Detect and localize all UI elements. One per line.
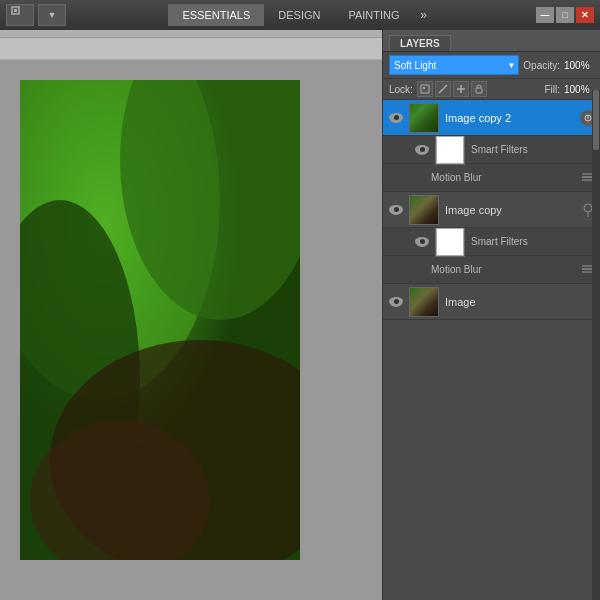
nav-essentials[interactable]: ESSENTIALS (168, 4, 264, 26)
nav-more[interactable]: » (414, 4, 434, 26)
sublayer-visibility-2[interactable] (413, 233, 431, 251)
main-area: LAYERS Soft Light Normal Multiply Screen… (0, 30, 600, 600)
eye-icon-image-copy-2 (389, 113, 403, 123)
nav-painting[interactable]: PAINTING (334, 4, 413, 26)
layer-visibility-image-copy[interactable] (387, 201, 405, 219)
layer-thumb-image-copy-2 (409, 103, 439, 133)
svg-rect-1 (14, 9, 17, 12)
layers-tab[interactable]: LAYERS (389, 35, 451, 51)
sublayer-name-motion-blur-2: Motion Blur (431, 264, 582, 275)
layer-visibility-image[interactable] (387, 293, 405, 311)
svg-rect-13 (476, 88, 482, 93)
opacity-label: Opacity: (523, 60, 560, 71)
lock-label: Lock: (389, 84, 413, 95)
sublayer-name-smart-filters-1: Smart Filters (471, 144, 596, 155)
fill-label: Fill: (544, 84, 560, 95)
app-icon (6, 4, 34, 26)
sublayer-smart-filters-2: Smart Filters (383, 228, 600, 256)
sublayer-thumb-2 (435, 227, 465, 257)
lock-transparency-btn[interactable] (417, 81, 433, 97)
blend-mode-row: Soft Light Normal Multiply Screen Overla… (383, 52, 600, 79)
workspace-nav: ESSENTIALS DESIGN PAINTING » (168, 4, 433, 26)
window-controls: — □ ✕ (536, 7, 594, 23)
lock-pixels-btn[interactable] (435, 81, 451, 97)
title-bar: ▼ ESSENTIALS DESIGN PAINTING » — □ ✕ (0, 0, 600, 30)
layer-image[interactable]: Image (383, 284, 600, 320)
layer-name-image: Image (445, 296, 596, 308)
lock-all-btn[interactable] (471, 81, 487, 97)
nav-design[interactable]: DESIGN (264, 4, 334, 26)
layer-name-image-copy-2: Image copy 2 (445, 112, 578, 124)
layer-image-copy[interactable]: Image copy (383, 192, 600, 228)
canvas-toolbar (0, 38, 382, 60)
panel-scroll-thumb[interactable] (593, 90, 599, 150)
canvas-content[interactable] (0, 60, 382, 600)
layers-panel: LAYERS Soft Light Normal Multiply Screen… (382, 30, 600, 600)
svg-rect-9 (423, 87, 425, 89)
fill-value[interactable]: 100% (564, 84, 594, 95)
layer-image-copy-2[interactable]: Image copy 2 (383, 100, 600, 136)
layer-thumb-image-copy (409, 195, 439, 225)
canvas-top-scrollbar[interactable] (0, 30, 382, 38)
eye-icon-smart-filters-2 (415, 237, 429, 247)
sublayer-motion-blur-1: Motion Blur (383, 164, 600, 192)
canvas-area (0, 30, 382, 600)
layer-name-image-copy: Image copy (445, 204, 578, 216)
lock-icons (417, 81, 541, 97)
layers-list: Image copy 2 Smart Filters Mo (383, 100, 600, 600)
sublayer-thumb-1 (435, 135, 465, 165)
lock-position-btn[interactable] (453, 81, 469, 97)
eye-icon-image (389, 297, 403, 307)
blend-mode-select[interactable]: Soft Light Normal Multiply Screen Overla… (389, 55, 519, 75)
panel-scrollbar[interactable] (592, 90, 600, 600)
close-button[interactable]: ✕ (576, 7, 594, 23)
canvas-image-bg (20, 80, 300, 560)
sublayer-name-motion-blur-1: Motion Blur (431, 172, 582, 183)
layer-visibility-image-copy-2[interactable] (387, 109, 405, 127)
tool-options[interactable]: ▼ (38, 4, 66, 26)
title-bar-left: ▼ (6, 4, 66, 26)
eye-icon-image-copy (389, 205, 403, 215)
canvas-image (20, 80, 300, 560)
lock-row: Lock: Fill: 100% (383, 79, 600, 100)
svg-point-16 (588, 119, 589, 120)
sublayer-visibility-1[interactable] (413, 141, 431, 159)
maximize-button[interactable]: □ (556, 7, 574, 23)
sublayer-smart-filters-1: Smart Filters (383, 136, 600, 164)
minimize-button[interactable]: — (536, 7, 554, 23)
layers-tab-bar: LAYERS (383, 30, 600, 52)
svg-line-10 (439, 85, 447, 93)
opacity-value[interactable]: 100% (564, 60, 594, 71)
sublayer-motion-blur-2: Motion Blur (383, 256, 600, 284)
blend-mode-wrapper[interactable]: Soft Light Normal Multiply Screen Overla… (389, 55, 519, 75)
eye-icon-smart-filters-1 (415, 145, 429, 155)
svg-point-20 (584, 204, 592, 212)
layer-thumb-image (409, 287, 439, 317)
sublayer-name-smart-filters-2: Smart Filters (471, 236, 596, 247)
